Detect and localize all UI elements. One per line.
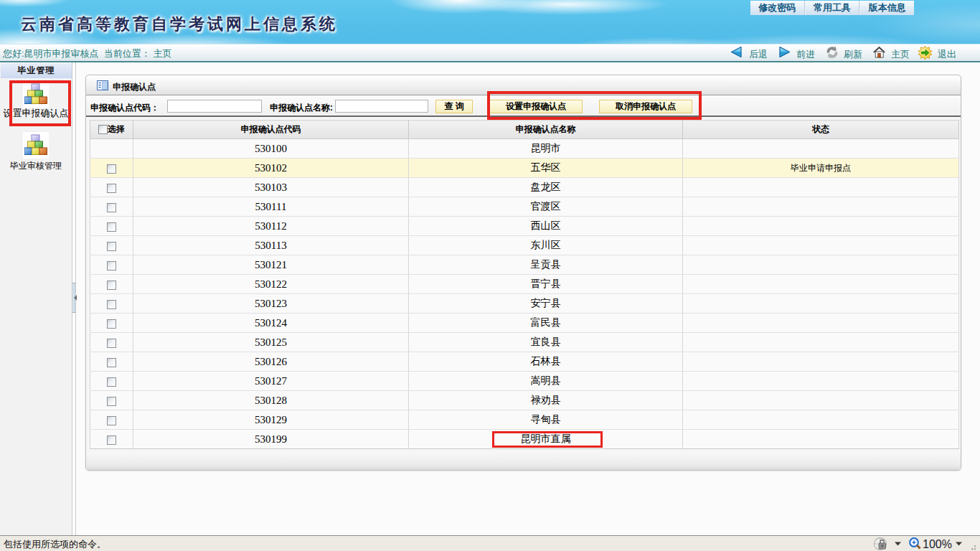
svg-text:100%: 100%: [923, 538, 952, 550]
